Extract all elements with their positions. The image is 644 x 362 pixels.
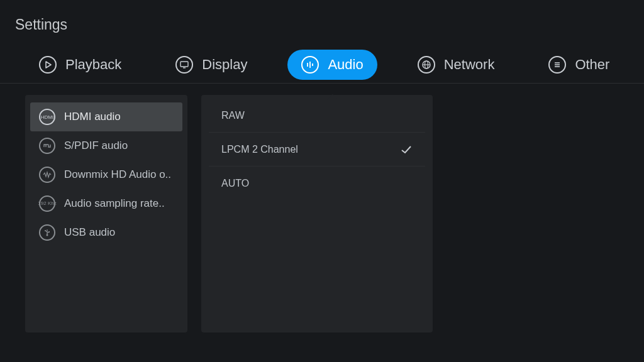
downmix-icon	[39, 167, 55, 183]
sidebar-item-label: Audio sampling rate..	[64, 197, 165, 210]
sidebar-item-hdmi-audio[interactable]: HDMI HDMI audio	[30, 102, 182, 131]
svg-rect-14	[48, 231, 50, 233]
tabs-row: Playback Display Audio Network Other	[0, 33, 644, 84]
sidebar-item-spdif-audio[interactable]: S/PDIF audio	[30, 131, 182, 160]
sidebar-item-label: Downmix HD Audio o..	[64, 168, 171, 181]
menu-icon	[548, 56, 566, 74]
globe-icon	[418, 56, 435, 74]
content-panels: HDMI HDMI audio S/PDIF audio Downmix HD …	[0, 84, 644, 332]
hdmi-icon: HDMI	[39, 109, 55, 125]
page-title: Settings	[0, 0, 644, 33]
tab-label: Display	[202, 57, 247, 73]
tab-label: Playback	[65, 57, 121, 73]
sidebar-item-downmix-hd[interactable]: Downmix HD Audio o..	[30, 160, 182, 189]
tab-label: Other	[575, 57, 609, 73]
audio-settings-sidebar: HDMI HDMI audio S/PDIF audio Downmix HD …	[25, 95, 187, 332]
audio-eq-icon	[301, 56, 319, 74]
option-label: AUTO	[221, 178, 249, 189]
option-label: LPCM 2 Channel	[221, 144, 298, 155]
sidebar-item-usb-audio[interactable]: USB audio	[30, 218, 182, 247]
option-label: RAW	[221, 110, 245, 121]
tab-audio[interactable]: Audio	[287, 50, 377, 80]
svg-point-13	[45, 230, 46, 231]
sidebar-item-label: USB audio	[64, 226, 115, 239]
audio-options-panel: RAW LPCM 2 Channel AUTO	[201, 95, 433, 332]
usb-icon	[39, 224, 55, 241]
tab-display[interactable]: Display	[162, 50, 261, 80]
tab-other[interactable]: Other	[535, 50, 623, 80]
spdif-icon	[39, 138, 55, 154]
option-lpcm-2-channel[interactable]: LPCM 2 Channel	[209, 133, 425, 167]
option-auto[interactable]: AUTO	[209, 167, 425, 200]
play-icon	[39, 56, 57, 74]
sidebar-item-sampling-rate[interactable]: 192 Khz Audio sampling rate..	[30, 189, 182, 218]
khz-icon: 192 Khz	[39, 195, 55, 212]
monitor-icon	[175, 56, 193, 74]
tab-label: Network	[444, 57, 495, 73]
tab-label: Audio	[328, 57, 363, 73]
svg-rect-0	[180, 62, 188, 67]
option-raw[interactable]: RAW	[209, 99, 425, 133]
sidebar-item-label: HDMI audio	[64, 111, 121, 123]
tab-network[interactable]: Network	[404, 50, 509, 80]
tab-playback[interactable]: Playback	[25, 50, 135, 80]
sidebar-item-label: S/PDIF audio	[64, 140, 128, 152]
check-icon	[400, 143, 413, 156]
